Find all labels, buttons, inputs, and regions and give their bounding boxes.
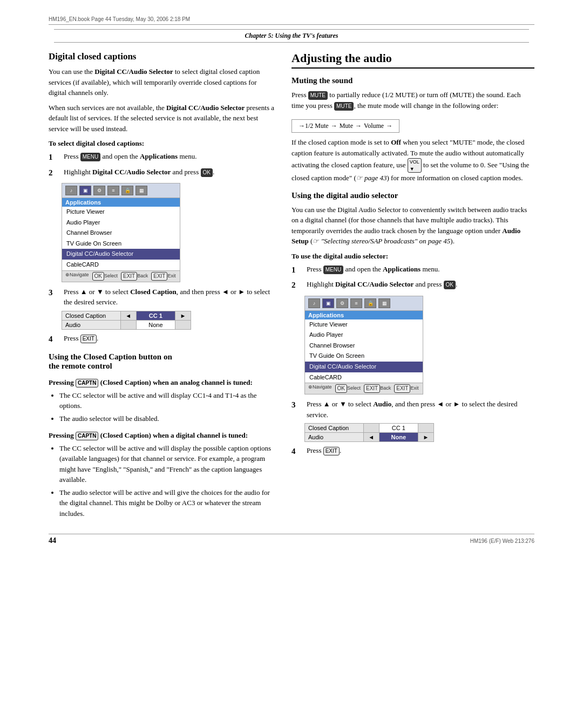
step-3: 3 Press ▲ or ▼ to select Closed Caption,… (49, 287, 275, 308)
caption-label-r1: Closed Caption (305, 424, 364, 433)
menu-item-digital-selector-r: Digital CC/Audio Selector (305, 362, 423, 372)
nav-navigate-r: ⊕Navigate (308, 384, 332, 393)
step-1-content: Press MENU and open the Applications men… (64, 151, 275, 162)
menu-icon-remote: ▦ (135, 186, 147, 195)
digital-step-num-1: 1 (292, 264, 304, 276)
menu-item-channel-browser-r: Channel Browser (305, 341, 423, 351)
digital-audio-paragraph-1: You can use the Digital Audio Selector t… (292, 205, 534, 247)
digital-step-2-content: Highlight Digital CC/Audio Selector and … (307, 279, 534, 290)
digital-selector-bold-r2: Digital CC/Audio Selector (335, 280, 413, 288)
intro-paragraph-2: When such services are not available, th… (49, 103, 275, 134)
steps-list-2: 3 Press ▲ or ▼ to select Closed Caption,… (49, 287, 275, 308)
page-ref-43: ☞ page 43 (356, 174, 387, 182)
menu-nav-bar-2: ⊕Navigate OKSelect EXITBack EXITExit (305, 383, 423, 394)
caption-nav-left-1: ◄ (120, 311, 136, 320)
step-num-4: 4 (49, 333, 62, 345)
muting-paragraph-1: Press MUTE to partially reduce (1/2 MUTE… (292, 90, 534, 111)
intro-paragraph-1: You can use the Digital CC/Audio Selecto… (49, 66, 275, 98)
menu-icon-folder: ≡ (107, 186, 119, 195)
nav-select-1: OKSelect (92, 272, 118, 281)
mute-flow-mute: Mute (340, 122, 353, 130)
menu-icon-folder-r: ≡ (350, 298, 362, 308)
digital-step-3-content: Press ▲ or ▼ to select Audio, and then p… (307, 399, 534, 420)
step-4: 4 Press EXIT. (49, 333, 275, 345)
menu-nav-bar-1: ⊕Navigate OKSelect EXITBack EXITExit (62, 270, 180, 282)
footer-code: HM196 (E/F) Web 213:276 (470, 538, 534, 544)
caption-nav-right-1: ► (175, 311, 191, 320)
bold-digital-selector-1: Digital CC/Audio Selector (94, 67, 173, 76)
audio-bold-r3: Audio (373, 400, 391, 408)
caption-row-1: Closed Caption ◄ CC 1 ► (62, 311, 191, 320)
caption-table-1: Closed Caption ◄ CC 1 ► Audio None (62, 311, 191, 330)
caption-table-2: Closed Caption CC 1 Audio ◄ None ► (304, 423, 434, 442)
vol-key: VOL▼ (408, 158, 422, 173)
menu-item-picture-viewer-r: Picture Viewer (305, 319, 423, 330)
steps-list-3: 4 Press EXIT. (49, 333, 275, 345)
menu-item-cablecard-1: CableCARD (62, 260, 180, 270)
caption-label-2: Audio (62, 320, 121, 329)
caption-value-r2: None (379, 433, 418, 442)
nav-back-1: EXITBack (121, 272, 148, 281)
page-header: HM196_EN.book Page 44 Tuesday, May 30, 2… (49, 16, 534, 25)
digital-closed-captions-title: Digital closed captions (49, 51, 275, 62)
digital-steps-list: 1 Press MENU and open the Applications m… (292, 264, 534, 291)
page-ref-45: ☞ "Selecting stereo/SAP broadcasts" on p… (313, 237, 450, 245)
menu-title-bar-1: Applications (62, 198, 180, 207)
chapter-header: Chapter 5: Using the TV's features (54, 29, 529, 43)
digital-step-2: 2 Highlight Digital CC/Audio Selector an… (292, 279, 534, 291)
closed-caption-analog-bold: (Closed Caption) when an analog channel … (100, 378, 253, 386)
digital-bullets: The CC selector will be active and will … (49, 443, 275, 519)
menu-key-r1: MENU (323, 266, 343, 274)
menu-item-cablecard-r: CableCARD (305, 372, 423, 383)
adjusting-audio-title: Adjusting the audio (292, 51, 534, 69)
digital-step-4: 4 Press EXIT. (292, 445, 534, 458)
mute-key-1: MUTE (308, 91, 328, 100)
menu-icons-row-2: ♪ ▣ ⚙ ≡ 🔒 ▦ (305, 296, 423, 311)
ok-nav-key-r: OK (335, 384, 347, 393)
page-footer: 44 HM196 (E/F) Web 213:276 (49, 534, 534, 545)
step-3-content: Press ▲ or ▼ to select Closed Caption, a… (64, 287, 275, 308)
ok-key-r2: OK (444, 281, 456, 289)
content-area: Digital closed captions You can use the … (49, 51, 534, 523)
exit-nav-key-1b: EXIT (151, 272, 167, 281)
menu-icon-photo-r: ▣ (322, 298, 334, 308)
menu-icon-lock-r: 🔒 (364, 298, 376, 308)
caption-nav-right-2 (175, 320, 191, 329)
menu-icon-music-r: ♪ (308, 298, 320, 308)
step-num-2: 2 (49, 167, 62, 179)
page: HM196_EN.book Page 44 Tuesday, May 30, 2… (0, 0, 583, 728)
muting-paragraph-2: If the closed caption mode is set to Off… (292, 137, 534, 183)
menu-icon-settings: ⚙ (93, 186, 105, 195)
mute-flow-half: →1/2 Mute (299, 122, 329, 130)
menu-icon-settings-r: ⚙ (336, 298, 348, 308)
ok-key-2: OK (201, 168, 213, 177)
digital-step-3: 3 Press ▲ or ▼ to select Audio, and then… (292, 399, 534, 420)
off-bold: Off (391, 138, 401, 146)
caption-nav-left-2 (120, 320, 136, 329)
right-column: Adjusting the audio Muting the sound Pre… (292, 51, 534, 523)
digital-steps-list-3: 4 Press EXIT. (292, 445, 534, 458)
digital-step-num-3: 3 (292, 399, 304, 411)
caption-value-2: None (136, 320, 175, 329)
exit-key-4: EXIT (80, 335, 97, 343)
exit-nav-key-1: EXIT (121, 272, 137, 281)
mute-flow-arrow1: → (331, 122, 337, 130)
digital-selector-bold-2: Digital CC/Audio Selector (92, 168, 171, 176)
step-2: 2 Highlight Digital CC/Audio Selector an… (49, 167, 275, 179)
digital-steps-list-2: 3 Press ▲ or ▼ to select Audio, and then… (292, 399, 534, 420)
caption-nav-right-r2: ► (418, 433, 434, 442)
left-column: Digital closed captions You can use the … (49, 51, 275, 523)
exit-key-r4: EXIT (323, 447, 340, 455)
nav-exit-r: EXITExit (394, 384, 418, 393)
step-1: 1 Press MENU and open the Applications m… (49, 151, 275, 164)
analog-bullets: The CC selector will be active and will … (49, 390, 275, 424)
steps-list: 1 Press MENU and open the Applications m… (49, 151, 275, 179)
caption-nav-left-r1 (363, 424, 379, 433)
caption-value-r1: CC 1 (379, 424, 418, 433)
digital-audio-steps-title: To use the digital audio selector: (292, 252, 534, 261)
mute-key-2: MUTE (334, 102, 354, 111)
caption-row-r2: Audio ◄ None ► (305, 433, 434, 442)
exit-nav-key-r2: EXIT (394, 384, 410, 393)
header-file-info: HM196_EN.book Page 44 Tuesday, May 30, 2… (49, 16, 190, 22)
menu-icon-photo: ▣ (79, 186, 91, 195)
